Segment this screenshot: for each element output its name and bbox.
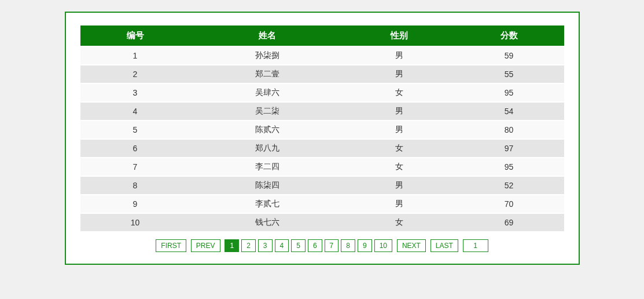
cell-score: 97 [454,140,564,157]
pagination: FIRST PREV 12345678910 NEXT LAST [80,239,564,252]
table-row: 5陈贰六男80 [80,121,564,138]
cell-gender: 女 [344,84,454,101]
col-header-gender: 性别 [344,25,454,46]
cell-score: 95 [454,158,564,176]
cell-name: 钱七六 [190,214,344,231]
page-button-7[interactable]: 7 [325,239,339,252]
page-button-1[interactable]: 1 [225,239,239,252]
cell-id: 2 [80,65,190,83]
prev-button[interactable]: PREV [191,239,220,252]
cell-id: 5 [80,121,190,138]
cell-score: 54 [454,103,564,120]
page-button-8[interactable]: 8 [341,239,355,252]
cell-gender: 女 [344,140,454,157]
cell-id: 10 [80,214,190,231]
cell-name: 李二四 [190,158,344,176]
data-table: 编号 姓名 性别 分数 1孙柒捌男592郑二壹男553吴肆六女954吴二柒男54… [80,24,564,232]
cell-score: 59 [454,47,564,64]
col-header-name: 姓名 [190,25,344,46]
last-button[interactable]: LAST [430,239,458,252]
cell-name: 郑八九 [190,140,344,157]
cell-id: 3 [80,84,190,101]
cell-id: 1 [80,47,190,64]
col-header-score: 分数 [454,25,564,46]
cell-score: 70 [454,195,564,213]
page-button-2[interactable]: 2 [241,239,256,252]
cell-name: 孙柒捌 [190,47,344,64]
first-button[interactable]: FIRST [156,239,186,252]
cell-gender: 女 [344,158,454,176]
cell-id: 4 [80,103,190,120]
table-row: 3吴肆六女95 [80,84,564,101]
table-header-row: 编号 姓名 性别 分数 [80,25,564,46]
cell-name: 李贰七 [190,195,344,213]
col-header-id: 编号 [80,25,190,46]
cell-score: 69 [454,214,564,231]
page-button-10[interactable]: 10 [374,239,392,252]
table-row: 6郑八九女97 [80,140,564,157]
cell-gender: 男 [344,47,454,64]
cell-gender: 男 [344,177,454,194]
cell-id: 8 [80,177,190,194]
cell-gender: 女 [344,214,454,231]
page-button-9[interactable]: 9 [358,239,372,252]
page-input[interactable] [463,239,488,252]
page-button-4[interactable]: 4 [275,239,289,252]
cell-id: 9 [80,195,190,213]
page-button-3[interactable]: 3 [258,239,273,252]
table-row: 9李贰七男70 [80,195,564,213]
cell-score: 80 [454,121,564,138]
cell-name: 陈柒四 [190,177,344,194]
cell-name: 陈贰六 [190,121,344,138]
page-button-6[interactable]: 6 [308,239,322,252]
cell-score: 55 [454,65,564,83]
table-row: 4吴二柒男54 [80,103,564,120]
cell-id: 7 [80,158,190,176]
table-row: 8陈柒四男52 [80,177,564,194]
next-button[interactable]: NEXT [397,239,426,252]
table-row: 7李二四女95 [80,158,564,176]
cell-gender: 男 [344,121,454,138]
cell-gender: 男 [344,103,454,120]
cell-name: 郑二壹 [190,65,344,83]
table-container: 编号 姓名 性别 分数 1孙柒捌男592郑二壹男553吴肆六女954吴二柒男54… [65,12,580,265]
cell-name: 吴肆六 [190,84,344,101]
page-button-5[interactable]: 5 [291,239,306,252]
cell-gender: 男 [344,65,454,83]
table-row: 1孙柒捌男59 [80,47,564,64]
cell-score: 52 [454,177,564,194]
cell-name: 吴二柒 [190,103,344,120]
cell-gender: 男 [344,195,454,213]
cell-id: 6 [80,140,190,157]
table-row: 2郑二壹男55 [80,65,564,83]
cell-score: 95 [454,84,564,101]
table-row: 10钱七六女69 [80,214,564,231]
